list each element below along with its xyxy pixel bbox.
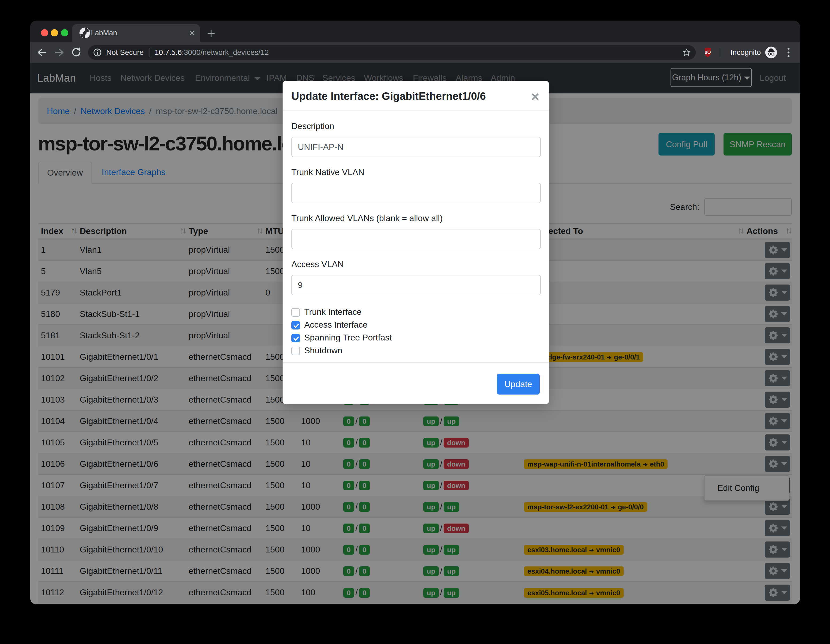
svg-text:uO: uO — [705, 50, 711, 55]
